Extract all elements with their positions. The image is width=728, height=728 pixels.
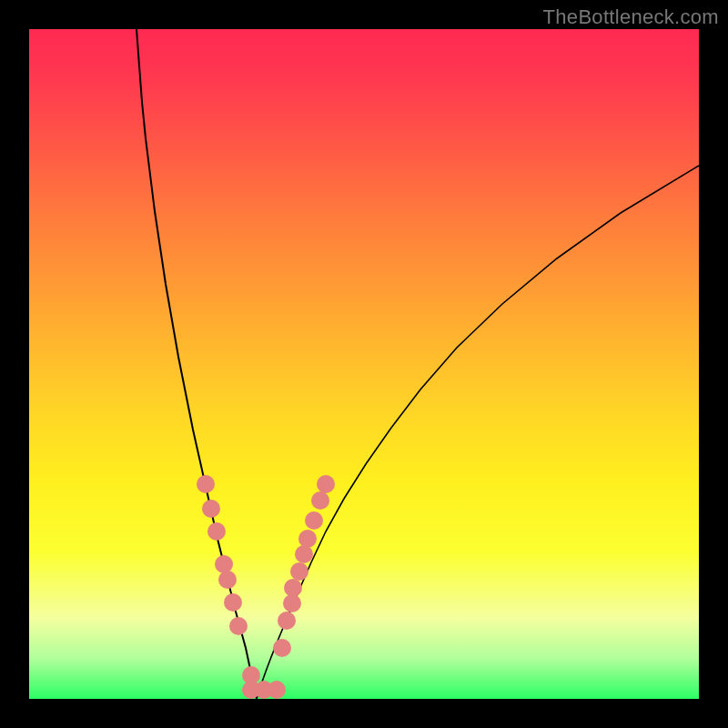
data-point: [202, 500, 220, 518]
data-point: [229, 617, 248, 635]
data-point: [278, 612, 296, 630]
data-point: [295, 545, 313, 563]
data-point: [290, 562, 308, 581]
data-point: [311, 491, 329, 510]
data-point: [305, 511, 323, 530]
data-points: [197, 475, 335, 699]
data-point: [273, 639, 291, 657]
watermark-text: TheBottleneck.com: [543, 5, 719, 29]
data-point: [218, 571, 237, 589]
data-point: [317, 475, 335, 493]
data-point: [284, 579, 302, 597]
chart-frame: TheBottleneck.com: [0, 0, 728, 728]
data-point: [207, 522, 226, 541]
data-point: [224, 593, 242, 612]
data-point: [197, 475, 215, 493]
plot-area: [29, 29, 699, 699]
curve-right: [257, 166, 699, 699]
data-point: [215, 555, 233, 573]
chart-svg: [29, 29, 699, 699]
data-point: [283, 594, 301, 612]
data-point: [298, 530, 317, 548]
data-point: [268, 681, 286, 699]
